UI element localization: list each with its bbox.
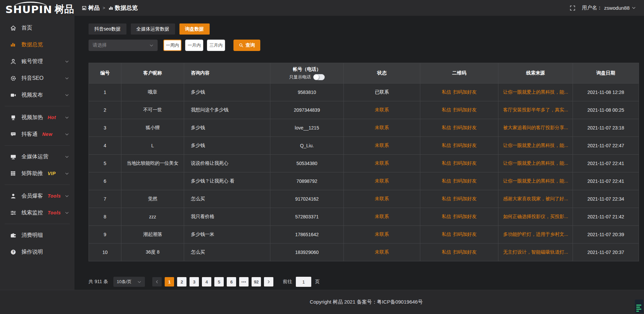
home-icon — [10, 25, 16, 31]
sidebar-item-member-baoke[interactable]: 会员爆客 Tools — [0, 188, 74, 204]
phone-toggle-label: 只显示电话 — [289, 74, 311, 80]
page-number-button[interactable]: 92 — [252, 277, 261, 286]
filter-select[interactable]: 请选择 — [89, 40, 158, 51]
sidebar-item-douketong[interactable]: 抖客通 New — [0, 126, 74, 143]
user-dropdown[interactable]: 用户名：zswodun88 — [582, 5, 636, 11]
sidebar-item-consume-detail[interactable]: 消费明细 — [0, 227, 74, 244]
page-number-button[interactable]: 2 — [177, 277, 186, 286]
sidebar-item-operation-guide[interactable]: ? 操作说明 — [0, 244, 74, 260]
chevron-left-icon — [155, 280, 159, 284]
period-button-three-month[interactable]: 三月内 — [207, 40, 225, 51]
source-link[interactable]: 多功能护栏灯，适用于乡村文... — [503, 231, 568, 237]
cell-date: 2021-11-07 22:34 — [573, 190, 639, 208]
next-page-button[interactable] — [264, 277, 273, 286]
goto-page-input[interactable] — [296, 277, 311, 287]
source-link[interactable]: 如何正确选择投影仪，买投影... — [503, 214, 568, 219]
logo-arc — [14, 2, 47, 7]
page-number-button[interactable]: 4 — [202, 277, 211, 286]
page-number-button[interactable]: 1 — [165, 277, 174, 286]
source-link[interactable]: 客厅安装投影半年多了，真实... — [503, 107, 568, 112]
source-link[interactable]: 让你一眼就爱上的黑科技，能... — [503, 89, 568, 95]
scan-add-friend-link[interactable]: 扫码加好友 — [453, 249, 477, 255]
scan-add-friend-link[interactable]: 扫码加好友 — [453, 125, 477, 130]
tab-media-operation-data[interactable]: 全媒体运营数据 — [131, 23, 175, 35]
more-pages-button[interactable]: ••• — [239, 277, 249, 286]
cell-content: 多少钱 — [184, 119, 270, 137]
period-button-one-month[interactable]: 一月内 — [185, 40, 203, 51]
cell-source: 让你一眼就爱上的黑科技，能... — [498, 84, 573, 101]
table-row: 2 不可一世 我想问这个多少钱 2097344839 未联系 私信扫码加好友 客… — [89, 101, 639, 119]
scan-add-friend-link[interactable]: 扫码加好友 — [453, 143, 477, 148]
dm-link[interactable]: 私信 — [442, 231, 451, 237]
cell-nickname: 潮起潮落 — [121, 226, 184, 244]
phone-only-toggle[interactable] — [313, 74, 325, 80]
pagination: 共 911 条 10条/页 1 2 3 4 5 6 ••• 92 前往 页 — [89, 277, 639, 287]
scan-add-friend-link[interactable]: 扫码加好友 — [453, 160, 477, 166]
cell-date: 2021-11-08 00:25 — [573, 101, 639, 119]
sidebar-menu: 首页 数据总览 账号管理 抖音SEO 视频发布 视频加热 Hot 抖客通 New — [0, 19, 74, 260]
dm-link[interactable]: 私信 — [442, 89, 451, 95]
sliders-icon — [10, 210, 16, 216]
dm-link[interactable]: 私信 — [442, 125, 451, 130]
cell-source: 被大家追着问的客厅投影分享... — [498, 119, 573, 137]
period-button-label: 三月内 — [210, 42, 223, 48]
source-link[interactable]: 让你一眼就爱上的黑科技，能... — [503, 160, 568, 166]
dm-link[interactable]: 私信 — [442, 160, 451, 166]
scan-add-friend-link[interactable]: 扫码加好友 — [453, 107, 477, 112]
dm-link[interactable]: 私信 — [442, 249, 451, 255]
sidebar-item-media-operation[interactable]: 全媒体运营 — [0, 148, 74, 165]
chevron-down-icon — [65, 194, 69, 198]
app-logo[interactable]: SHUPIN 树品 — [5, 2, 74, 16]
sidebar-item-video-heat[interactable]: 视频加热 Hot — [0, 109, 74, 126]
dm-link[interactable]: 私信 — [442, 196, 451, 201]
source-link[interactable]: 无主灯设计，智能磁吸轨道灯... — [503, 249, 568, 255]
period-button-one-week[interactable]: 一周内 — [163, 40, 181, 51]
data-tabs: 抖音seo数据 全媒体运营数据 询盘数据 — [89, 23, 639, 35]
page-size-select[interactable]: 10条/页 — [113, 277, 145, 287]
scan-add-friend-link[interactable]: 扫码加好友 — [453, 214, 477, 219]
breadcrumb-app[interactable]: 树品 — [82, 4, 100, 12]
dm-link[interactable]: 私信 — [442, 143, 451, 148]
source-link[interactable]: 让你一眼就爱上的黑科技，能... — [503, 178, 568, 184]
sidebar-item-matrix-boost[interactable]: 矩阵助推 VIP — [0, 165, 74, 182]
page-number-button[interactable]: 5 — [214, 277, 224, 286]
sidebar-item-douyin-seo[interactable]: 抖音SEO — [0, 70, 74, 87]
chart-icon — [10, 42, 16, 48]
sidebar-item-clue-monitor[interactable]: 线索监控 Tools — [0, 204, 74, 221]
source-link[interactable]: 让你一眼就爱上的黑科技，能... — [503, 143, 568, 148]
scan-add-friend-link[interactable]: 扫码加好友 — [453, 178, 477, 184]
dm-link[interactable]: 私信 — [442, 107, 451, 112]
logo-text-en: SHUPIN — [5, 3, 52, 15]
chevron-down-icon — [65, 115, 69, 120]
dm-link[interactable]: 私信 — [442, 178, 451, 184]
sidebar-item-account-manage[interactable]: 账号管理 — [0, 53, 74, 70]
search-button[interactable]: 查询 — [233, 40, 260, 51]
scan-add-friend-link[interactable]: 扫码加好友 — [453, 196, 477, 201]
video-publish-icon — [10, 92, 16, 98]
sidebar-item-data-overview[interactable]: 数据总览 — [0, 36, 74, 53]
cell-date: 2021-11-07 22:41 — [573, 172, 639, 190]
page-number-button[interactable]: 6 — [227, 277, 236, 286]
table-row: 4 L 多少钱 Q_Liu. 未联系 私信扫码加好友 让你一眼就爱上的黑科技，能… — [89, 137, 639, 155]
scan-add-friend-link[interactable]: 扫码加好友 — [453, 231, 477, 237]
page-size-value: 10条/页 — [117, 279, 131, 285]
sidebar-item-video-publish[interactable]: 视频发布 — [0, 87, 74, 103]
cell-qrcode: 私信扫码加好友 — [420, 226, 498, 244]
inquiry-table: 编号 客户昵称 咨询内容 帐号（电话） 只显示电话 状态 二维码 线索来源 询盘… — [89, 63, 639, 261]
cell-nickname: 36度 8 — [121, 244, 184, 261]
cell-nickname: 不可一世 — [121, 101, 184, 119]
cell-content: 我只看价格 — [184, 208, 270, 226]
tab-inquiry-data[interactable]: 询盘数据 — [179, 23, 210, 35]
dm-link[interactable]: 私信 — [442, 214, 451, 219]
tab-douyin-seo-data[interactable]: 抖音seo数据 — [89, 23, 126, 35]
scan-add-friend-link[interactable]: 扫码加好友 — [453, 89, 477, 95]
source-link[interactable]: 感谢大家喜欢我家，被问了好... — [503, 196, 568, 201]
sidebar-item-home[interactable]: 首页 — [0, 19, 74, 36]
tab-label: 全媒体运营数据 — [137, 26, 169, 32]
user-icon — [10, 58, 16, 65]
fullscreen-icon[interactable] — [570, 5, 575, 11]
logo-text-cn: 树品 — [55, 3, 74, 16]
page-number-button[interactable]: 3 — [190, 277, 199, 286]
prev-page-button[interactable] — [152, 277, 162, 286]
source-link[interactable]: 被大家追着问的客厅投影分享... — [503, 125, 568, 130]
